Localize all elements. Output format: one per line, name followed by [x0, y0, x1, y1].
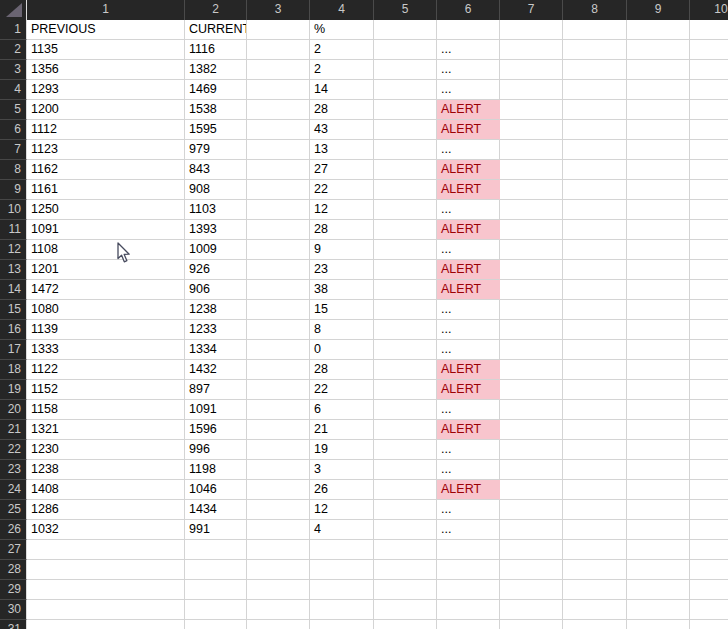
- cell-r29c1[interactable]: [27, 580, 185, 600]
- cell-r23c8[interactable]: [563, 460, 627, 480]
- cell-r8c10[interactable]: [690, 160, 728, 180]
- cell-r10c3[interactable]: [247, 200, 310, 220]
- cell-r3c4[interactable]: 2: [310, 60, 374, 80]
- cell-r23c10[interactable]: [690, 460, 728, 480]
- cell-r25c10[interactable]: [690, 500, 728, 520]
- cell-r7c10[interactable]: [690, 140, 728, 160]
- cell-r1c4[interactable]: %: [310, 20, 374, 40]
- cell-r7c3[interactable]: [247, 140, 310, 160]
- cell-r26c3[interactable]: [247, 520, 310, 540]
- alert-cell-r24[interactable]: ALERT: [437, 480, 500, 500]
- cell-r22c7[interactable]: [500, 440, 563, 460]
- cell-r27c4[interactable]: [310, 540, 374, 560]
- cell-r22c5[interactable]: [374, 440, 437, 460]
- cell-r30c4[interactable]: [310, 600, 374, 620]
- row-header-7[interactable]: 7: [0, 140, 27, 160]
- cell-r14c5[interactable]: [374, 280, 437, 300]
- cell-r6c9[interactable]: [627, 120, 690, 140]
- cell-r18c10[interactable]: [690, 360, 728, 380]
- cell-r14c1[interactable]: 1472: [27, 280, 185, 300]
- cell-r18c8[interactable]: [563, 360, 627, 380]
- cell-r6c2[interactable]: 1595: [185, 120, 247, 140]
- cell-r21c5[interactable]: [374, 420, 437, 440]
- cell-r20c1[interactable]: 1158: [27, 400, 185, 420]
- cell-r13c10[interactable]: [690, 260, 728, 280]
- row-header-26[interactable]: 26: [0, 520, 27, 540]
- column-header-4[interactable]: 4: [310, 0, 374, 20]
- cell-r7c2[interactable]: 979: [185, 140, 247, 160]
- cell-r1c9[interactable]: [627, 20, 690, 40]
- alert-cell-r5[interactable]: ALERT: [437, 100, 500, 120]
- row-header-30[interactable]: 30: [0, 600, 27, 620]
- row-header-14[interactable]: 14: [0, 280, 27, 300]
- cell-r18c9[interactable]: [627, 360, 690, 380]
- cell-r17c8[interactable]: [563, 340, 627, 360]
- row-header-10[interactable]: 10: [0, 200, 27, 220]
- cell-r26c10[interactable]: [690, 520, 728, 540]
- cell-r15c8[interactable]: [563, 300, 627, 320]
- cell-r2c2[interactable]: 1116: [185, 40, 247, 60]
- cell-r24c5[interactable]: [374, 480, 437, 500]
- cell-r27c7[interactable]: [500, 540, 563, 560]
- cell-r17c6[interactable]: ...: [437, 340, 500, 360]
- cell-r2c8[interactable]: [563, 40, 627, 60]
- cell-r19c10[interactable]: [690, 380, 728, 400]
- row-header-20[interactable]: 20: [0, 400, 27, 420]
- cell-r30c5[interactable]: [374, 600, 437, 620]
- cell-r11c1[interactable]: 1091: [27, 220, 185, 240]
- cell-r23c2[interactable]: 1198: [185, 460, 247, 480]
- cell-r17c4[interactable]: 0: [310, 340, 374, 360]
- cell-r28c10[interactable]: [690, 560, 728, 580]
- row-header-13[interactable]: 13: [0, 260, 27, 280]
- row-header-12[interactable]: 12: [0, 240, 27, 260]
- cell-r12c2[interactable]: 1009: [185, 240, 247, 260]
- cell-r9c9[interactable]: [627, 180, 690, 200]
- cell-r31c8[interactable]: [563, 620, 627, 629]
- cell-r12c7[interactable]: [500, 240, 563, 260]
- cell-r25c4[interactable]: 12: [310, 500, 374, 520]
- row-header-23[interactable]: 23: [0, 460, 27, 480]
- row-header-1[interactable]: 1: [0, 20, 27, 40]
- cell-r18c2[interactable]: 1432: [185, 360, 247, 380]
- cell-r15c4[interactable]: 15: [310, 300, 374, 320]
- cell-r17c9[interactable]: [627, 340, 690, 360]
- row-header-24[interactable]: 24: [0, 480, 27, 500]
- cell-r4c3[interactable]: [247, 80, 310, 100]
- cell-r5c8[interactable]: [563, 100, 627, 120]
- cell-r31c1[interactable]: [27, 620, 185, 629]
- cell-r6c3[interactable]: [247, 120, 310, 140]
- cell-r1c5[interactable]: [374, 20, 437, 40]
- cell-r28c5[interactable]: [374, 560, 437, 580]
- cell-r3c8[interactable]: [563, 60, 627, 80]
- cell-r17c10[interactable]: [690, 340, 728, 360]
- cell-r19c5[interactable]: [374, 380, 437, 400]
- cell-r22c6[interactable]: ...: [437, 440, 500, 460]
- cell-r8c8[interactable]: [563, 160, 627, 180]
- cell-r8c1[interactable]: 1162: [27, 160, 185, 180]
- cell-r4c8[interactable]: [563, 80, 627, 100]
- cell-r22c9[interactable]: [627, 440, 690, 460]
- column-header-9[interactable]: 9: [627, 0, 690, 20]
- cell-r1c3[interactable]: [247, 20, 310, 40]
- cell-r3c6[interactable]: ...: [437, 60, 500, 80]
- cell-r28c3[interactable]: [247, 560, 310, 580]
- cell-r28c1[interactable]: [27, 560, 185, 580]
- cell-r12c3[interactable]: [247, 240, 310, 260]
- cell-r26c9[interactable]: [627, 520, 690, 540]
- cell-r18c4[interactable]: 28: [310, 360, 374, 380]
- cell-r17c5[interactable]: [374, 340, 437, 360]
- cell-r7c4[interactable]: 13: [310, 140, 374, 160]
- cell-r11c7[interactable]: [500, 220, 563, 240]
- cell-r13c9[interactable]: [627, 260, 690, 280]
- cell-r7c8[interactable]: [563, 140, 627, 160]
- cell-r2c7[interactable]: [500, 40, 563, 60]
- cell-r5c3[interactable]: [247, 100, 310, 120]
- cell-r12c4[interactable]: 9: [310, 240, 374, 260]
- column-header-8[interactable]: 8: [563, 0, 627, 20]
- cell-r7c7[interactable]: [500, 140, 563, 160]
- cell-r29c4[interactable]: [310, 580, 374, 600]
- cell-r17c1[interactable]: 1333: [27, 340, 185, 360]
- cell-r30c1[interactable]: [27, 600, 185, 620]
- cell-r28c4[interactable]: [310, 560, 374, 580]
- cell-r29c5[interactable]: [374, 580, 437, 600]
